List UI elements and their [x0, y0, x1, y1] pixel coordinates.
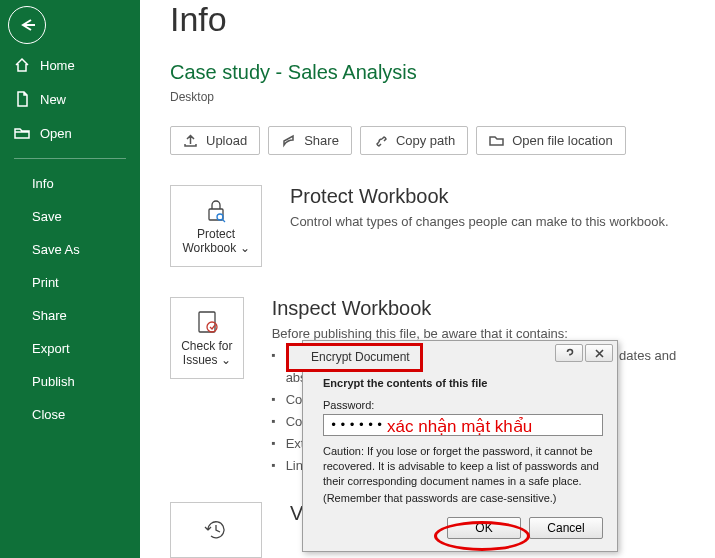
section-desc: Control what types of changes people can… [290, 214, 669, 229]
button-label: Open file location [512, 133, 612, 148]
backstage-sidebar: Home New Open Info Save Save As Print Sh… [0, 0, 140, 558]
link-icon [373, 133, 388, 148]
section-heading: Inspect Workbook [272, 297, 715, 320]
password-label: Password: [323, 399, 603, 411]
version-history-tile[interactable] [170, 502, 262, 558]
upload-button[interactable]: Upload [170, 126, 260, 155]
ok-button[interactable]: OK [447, 517, 521, 539]
sidebar-item-new[interactable]: New [0, 82, 140, 116]
chevron-down-icon: ⌄ [221, 353, 231, 367]
sidebar-item-label: Home [40, 58, 75, 73]
open-file-location-button[interactable]: Open file location [476, 126, 625, 155]
tile-label: Protect Workbook ⌄ [171, 227, 261, 256]
sidebar-item-print[interactable]: Print [0, 266, 140, 299]
history-icon [203, 517, 229, 543]
sidebar-item-home[interactable]: Home [0, 48, 140, 82]
sidebar-item-label: Export [32, 341, 70, 356]
dialog-controls [555, 344, 613, 362]
check-issues-tile[interactable]: Check for Issues ⌄ [170, 297, 244, 379]
home-icon [14, 57, 30, 73]
button-label: Upload [206, 133, 247, 148]
sidebar-item-label: Share [32, 308, 67, 323]
dialog-header: Encrypt the contents of this file [323, 377, 603, 389]
sidebar-item-label: Save As [32, 242, 80, 257]
protect-workbook-tile[interactable]: Protect Workbook ⌄ [170, 185, 262, 267]
sidebar-item-label: Publish [32, 374, 75, 389]
button-label: Share [304, 133, 339, 148]
action-row: Upload Share Copy path Open file locatio… [170, 126, 715, 155]
button-label: Copy path [396, 133, 455, 148]
dialog-remember: (Remember that passwords are case-sensit… [323, 491, 603, 506]
back-button[interactable] [8, 6, 46, 44]
upload-icon [183, 133, 198, 148]
sidebar-item-publish[interactable]: Publish [0, 365, 140, 398]
sidebar-item-close[interactable]: Close [0, 398, 140, 431]
dialog-close-button[interactable] [585, 344, 613, 362]
lock-icon [203, 197, 229, 223]
protect-section: Protect Workbook ⌄ Protect Workbook Cont… [170, 185, 715, 267]
help-icon [564, 348, 575, 359]
sidebar-item-info[interactable]: Info [0, 167, 140, 200]
sidebar-item-export[interactable]: Export [0, 332, 140, 365]
sidebar-item-label: Open [40, 126, 72, 141]
sidebar-item-open[interactable]: Open [0, 116, 140, 150]
sidebar-item-label: New [40, 92, 66, 107]
page-title: Info [170, 0, 715, 39]
sidebar-item-label: Info [32, 176, 54, 191]
dialog-button-row: OK Cancel [303, 517, 617, 551]
sidebar-item-save-as[interactable]: Save As [0, 233, 140, 266]
sidebar-item-save[interactable]: Save [0, 200, 140, 233]
sidebar-separator [14, 158, 126, 159]
copy-path-button[interactable]: Copy path [360, 126, 468, 155]
section-heading: Protect Workbook [290, 185, 669, 208]
chevron-down-icon: ⌄ [240, 241, 250, 255]
arrow-left-icon [18, 16, 36, 34]
folder-icon [489, 133, 504, 148]
close-icon [594, 348, 605, 359]
cancel-button[interactable]: Cancel [529, 517, 603, 539]
dialog-caution: Caution: If you lose or forget the passw… [323, 444, 603, 489]
dialog-title-highlight: Encrypt Document [286, 343, 423, 372]
share-icon [281, 133, 296, 148]
sidebar-item-label: Print [32, 275, 59, 290]
dialog-help-button[interactable] [555, 344, 583, 362]
sidebar-item-label: Save [32, 209, 62, 224]
protect-body: Protect Workbook Control what types of c… [290, 185, 669, 267]
dialog-title: Encrypt Document [311, 350, 410, 364]
document-title: Case study - Sales Analysis [170, 61, 715, 84]
new-file-icon [14, 91, 30, 107]
document-location: Desktop [170, 90, 715, 104]
share-button[interactable]: Share [268, 126, 352, 155]
sidebar-item-label: Close [32, 407, 65, 422]
section-lead: Before publishing this file, be aware th… [272, 326, 715, 341]
check-document-icon [194, 309, 220, 335]
sidebar-item-share[interactable]: Share [0, 299, 140, 332]
password-input[interactable] [323, 414, 603, 436]
folder-open-icon [14, 125, 30, 141]
tile-label: Check for Issues ⌄ [171, 339, 243, 368]
